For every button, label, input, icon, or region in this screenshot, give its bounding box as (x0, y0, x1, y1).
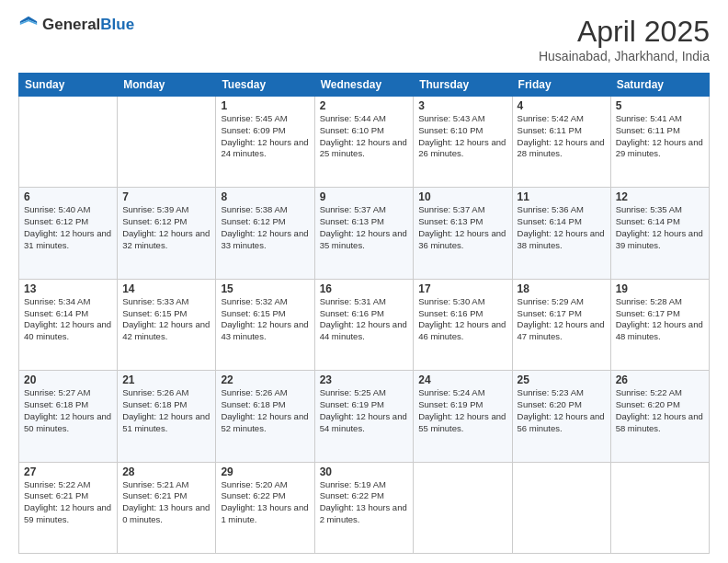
day-cell: 21Sunrise: 5:26 AM Sunset: 6:18 PM Dayli… (118, 371, 216, 462)
col-header-thursday: Thursday (414, 74, 512, 97)
day-number: 3 (418, 99, 506, 112)
day-number: 15 (221, 282, 309, 295)
day-cell: 15Sunrise: 5:32 AM Sunset: 6:15 PM Dayli… (216, 279, 314, 370)
day-info: Sunrise: 5:21 AM Sunset: 6:21 PM Dayligh… (122, 479, 210, 526)
col-header-friday: Friday (512, 74, 610, 97)
day-number: 7 (122, 190, 210, 203)
day-info: Sunrise: 5:36 AM Sunset: 6:14 PM Dayligh… (518, 204, 606, 251)
day-number: 18 (518, 282, 606, 295)
day-cell: 22Sunrise: 5:26 AM Sunset: 6:18 PM Dayli… (216, 371, 314, 462)
header-row: SundayMondayTuesdayWednesdayThursdayFrid… (19, 74, 710, 97)
day-info: Sunrise: 5:26 AM Sunset: 6:18 PM Dayligh… (221, 387, 309, 434)
day-cell: 13Sunrise: 5:34 AM Sunset: 6:14 PM Dayli… (19, 279, 118, 370)
day-number: 26 (616, 373, 704, 386)
day-number: 19 (616, 282, 704, 295)
day-info: Sunrise: 5:27 AM Sunset: 6:18 PM Dayligh… (24, 387, 112, 434)
day-cell: 14Sunrise: 5:33 AM Sunset: 6:15 PM Dayli… (118, 279, 216, 370)
day-number: 29 (221, 465, 309, 478)
day-number: 13 (24, 282, 112, 295)
day-cell: 17Sunrise: 5:30 AM Sunset: 6:16 PM Dayli… (414, 279, 512, 370)
day-cell: 6Sunrise: 5:40 AM Sunset: 6:12 PM Daylig… (19, 188, 118, 279)
day-info: Sunrise: 5:31 AM Sunset: 6:16 PM Dayligh… (320, 296, 409, 343)
day-info: Sunrise: 5:39 AM Sunset: 6:12 PM Dayligh… (122, 204, 210, 251)
logo-blue: Blue (100, 16, 134, 33)
day-info: Sunrise: 5:30 AM Sunset: 6:16 PM Dayligh… (418, 296, 506, 343)
calendar-table: SundayMondayTuesdayWednesdayThursdayFrid… (18, 73, 710, 554)
day-number: 9 (320, 190, 409, 203)
day-cell: 12Sunrise: 5:35 AM Sunset: 6:14 PM Dayli… (610, 188, 709, 279)
day-cell: 7Sunrise: 5:39 AM Sunset: 6:12 PM Daylig… (118, 188, 216, 279)
day-number: 30 (320, 465, 409, 478)
col-header-saturday: Saturday (610, 74, 709, 97)
day-cell: 30Sunrise: 5:19 AM Sunset: 6:22 PM Dayli… (314, 462, 414, 553)
day-cell: 1Sunrise: 5:45 AM Sunset: 6:09 PM Daylig… (216, 97, 314, 188)
day-cell: 28Sunrise: 5:21 AM Sunset: 6:21 PM Dayli… (118, 462, 216, 553)
day-number: 24 (418, 373, 506, 386)
day-info: Sunrise: 5:23 AM Sunset: 6:20 PM Dayligh… (518, 387, 606, 434)
logo-general: General (42, 16, 100, 33)
week-row-5: 27Sunrise: 5:22 AM Sunset: 6:21 PM Dayli… (19, 462, 710, 553)
day-number: 27 (24, 465, 112, 478)
day-number: 1 (221, 99, 309, 112)
col-header-wednesday: Wednesday (314, 74, 414, 97)
col-header-monday: Monday (118, 74, 216, 97)
week-row-3: 13Sunrise: 5:34 AM Sunset: 6:14 PM Dayli… (19, 279, 710, 370)
day-cell: 24Sunrise: 5:24 AM Sunset: 6:19 PM Dayli… (414, 371, 512, 462)
day-info: Sunrise: 5:24 AM Sunset: 6:19 PM Dayligh… (418, 387, 506, 434)
day-cell: 2Sunrise: 5:44 AM Sunset: 6:10 PM Daylig… (314, 97, 414, 188)
day-cell: 5Sunrise: 5:41 AM Sunset: 6:11 PM Daylig… (610, 97, 709, 188)
day-cell (118, 97, 216, 188)
day-cell: 26Sunrise: 5:22 AM Sunset: 6:20 PM Dayli… (610, 371, 709, 462)
day-cell: 19Sunrise: 5:28 AM Sunset: 6:17 PM Dayli… (610, 279, 709, 370)
day-cell (610, 462, 709, 553)
day-info: Sunrise: 5:28 AM Sunset: 6:17 PM Dayligh… (616, 296, 704, 343)
day-number: 20 (24, 373, 112, 386)
day-info: Sunrise: 5:22 AM Sunset: 6:21 PM Dayligh… (24, 479, 112, 526)
week-row-2: 6Sunrise: 5:40 AM Sunset: 6:12 PM Daylig… (19, 188, 710, 279)
week-row-1: 1Sunrise: 5:45 AM Sunset: 6:09 PM Daylig… (19, 97, 710, 188)
day-info: Sunrise: 5:41 AM Sunset: 6:11 PM Dayligh… (616, 113, 704, 160)
day-info: Sunrise: 5:35 AM Sunset: 6:14 PM Dayligh… (616, 204, 704, 251)
day-cell: 27Sunrise: 5:22 AM Sunset: 6:21 PM Dayli… (19, 462, 118, 553)
col-header-tuesday: Tuesday (216, 74, 314, 97)
day-number: 22 (221, 373, 309, 386)
day-number: 2 (320, 99, 409, 112)
calendar-title: April 2025 (539, 15, 710, 49)
day-number: 6 (24, 190, 112, 203)
col-header-sunday: Sunday (19, 74, 118, 97)
day-info: Sunrise: 5:37 AM Sunset: 6:13 PM Dayligh… (418, 204, 506, 251)
title-section: April 2025 Husainabad, Jharkhand, India (539, 15, 710, 63)
day-info: Sunrise: 5:32 AM Sunset: 6:15 PM Dayligh… (221, 296, 309, 343)
calendar-subtitle: Husainabad, Jharkhand, India (539, 49, 710, 63)
day-number: 14 (122, 282, 210, 295)
day-number: 11 (518, 190, 606, 203)
day-cell: 18Sunrise: 5:29 AM Sunset: 6:17 PM Dayli… (512, 279, 610, 370)
day-info: Sunrise: 5:44 AM Sunset: 6:10 PM Dayligh… (320, 113, 409, 160)
day-info: Sunrise: 5:20 AM Sunset: 6:22 PM Dayligh… (221, 479, 309, 526)
day-cell: 25Sunrise: 5:23 AM Sunset: 6:20 PM Dayli… (512, 371, 610, 462)
day-cell: 4Sunrise: 5:42 AM Sunset: 6:11 PM Daylig… (512, 97, 610, 188)
day-cell: 23Sunrise: 5:25 AM Sunset: 6:19 PM Dayli… (314, 371, 414, 462)
day-info: Sunrise: 5:43 AM Sunset: 6:10 PM Dayligh… (418, 113, 506, 160)
day-info: Sunrise: 5:33 AM Sunset: 6:15 PM Dayligh… (122, 296, 210, 343)
day-info: Sunrise: 5:22 AM Sunset: 6:20 PM Dayligh… (616, 387, 704, 434)
day-cell (512, 462, 610, 553)
day-number: 21 (122, 373, 210, 386)
day-number: 12 (616, 190, 704, 203)
day-number: 17 (418, 282, 506, 295)
day-cell (414, 462, 512, 553)
day-info: Sunrise: 5:25 AM Sunset: 6:19 PM Dayligh… (320, 387, 409, 434)
day-number: 16 (320, 282, 409, 295)
day-number: 28 (122, 465, 210, 478)
logo-icon (18, 15, 39, 35)
logo-text: GeneralBlue (42, 16, 134, 34)
day-cell: 11Sunrise: 5:36 AM Sunset: 6:14 PM Dayli… (512, 188, 610, 279)
day-info: Sunrise: 5:37 AM Sunset: 6:13 PM Dayligh… (320, 204, 409, 251)
day-cell: 3Sunrise: 5:43 AM Sunset: 6:10 PM Daylig… (414, 97, 512, 188)
day-cell (19, 97, 118, 188)
day-cell: 10Sunrise: 5:37 AM Sunset: 6:13 PM Dayli… (414, 188, 512, 279)
day-info: Sunrise: 5:26 AM Sunset: 6:18 PM Dayligh… (122, 387, 210, 434)
logo: GeneralBlue (18, 15, 134, 35)
day-cell: 29Sunrise: 5:20 AM Sunset: 6:22 PM Dayli… (216, 462, 314, 553)
day-info: Sunrise: 5:45 AM Sunset: 6:09 PM Dayligh… (221, 113, 309, 160)
